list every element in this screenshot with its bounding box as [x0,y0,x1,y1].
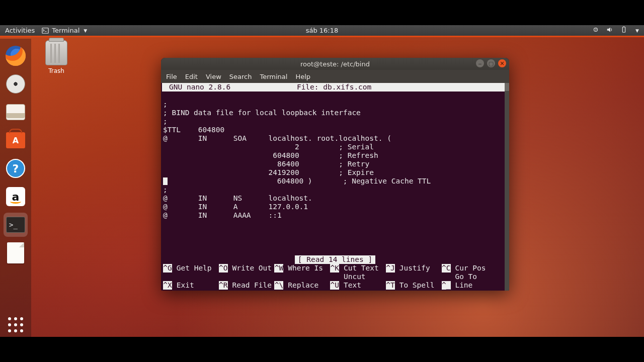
nano-shortcuts-row1: ^G Get Help^O Write Out^W Where Is^K Cut… [162,264,508,273]
dock-terminal[interactable]: >_ [4,213,28,237]
help-icon: ? [6,159,25,178]
menu-view[interactable]: View [206,73,221,80]
network-icon[interactable]: ? [592,26,599,35]
nano-shortcuts-row2: ^X Exit^R Read File^\ Replace^U Uncut Te… [162,273,508,290]
dock-help[interactable]: ? [4,156,28,180]
menu-terminal[interactable]: Terminal [260,73,287,80]
software-icon [6,132,25,148]
terminal-body[interactable]: GNU nano 2.8.6 File: db.xifs.com ;; BIND… [161,83,509,291]
nano-status-line: [ Read 14 lines ] [162,255,508,264]
svg-text:?: ? [595,28,597,32]
nano-filename: File: db.xifs.com [230,83,438,92]
dock-amazon[interactable]: a [4,185,28,209]
window-maximize-button[interactable]: ▢ [487,59,495,67]
document-icon [7,242,24,263]
dock-rhythmbox[interactable] [4,72,28,96]
nano-titlebar: GNU nano 2.8.6 File: db.xifs.com [162,83,505,92]
terminal-icon [42,27,49,34]
desktop: Activities Terminal ▼ sáb 16:18 ? ▼ ? a … [0,25,644,337]
window-minimize-button[interactable]: ‒ [476,59,484,67]
amazon-icon: a [6,187,25,206]
disk-icon [6,74,25,94]
dock-libreoffice[interactable] [4,241,28,265]
apps-grid-icon [8,317,23,332]
system-menu-caret[interactable]: ▼ [635,28,639,33]
top-panel: Activities Terminal ▼ sáb 16:18 ? ▼ [0,25,644,37]
volume-icon[interactable] [606,26,613,35]
files-icon [6,104,25,120]
nano-version: GNU nano 2.8.6 [169,83,230,92]
menu-file[interactable]: File [166,73,177,80]
trash-icon [45,40,67,65]
battery-icon[interactable] [620,26,627,35]
svg-rect-3 [622,27,625,33]
dock-files[interactable] [4,100,28,124]
dock-show-apps[interactable] [4,313,28,337]
clock[interactable]: sáb 16:18 [306,27,339,34]
launcher-dock: ? a >_ [0,39,31,337]
desktop-trash[interactable]: Trash [45,40,67,74]
chevron-down-icon: ▼ [84,28,87,33]
svg-rect-0 [42,28,48,33]
app-menu[interactable]: Terminal ▼ [42,27,87,34]
trash-label: Trash [45,67,67,74]
window-titlebar[interactable]: root@teste: /etc/bind ‒ ▢ ✕ [161,58,509,70]
activities-button[interactable]: Activities [5,27,35,34]
dock-software[interactable] [4,128,28,152]
nano-editor-content[interactable]: ;; BIND data file for local loopback int… [162,92,508,242]
terminal-scrollbar[interactable] [505,83,509,291]
window-close-button[interactable]: ✕ [498,59,506,67]
dock-firefox[interactable] [4,44,28,68]
terminal-menubar: File Edit View Search Terminal Help [161,70,509,83]
terminal-icon: >_ [6,217,25,233]
menu-edit[interactable]: Edit [185,73,198,80]
terminal-window: root@teste: /etc/bind ‒ ▢ ✕ File Edit Vi… [161,58,509,291]
menu-search[interactable]: Search [229,73,252,80]
menu-help[interactable]: Help [295,73,310,80]
window-title: root@teste: /etc/bind [300,60,370,68]
firefox-icon [6,46,26,66]
svg-rect-4 [623,26,624,27]
